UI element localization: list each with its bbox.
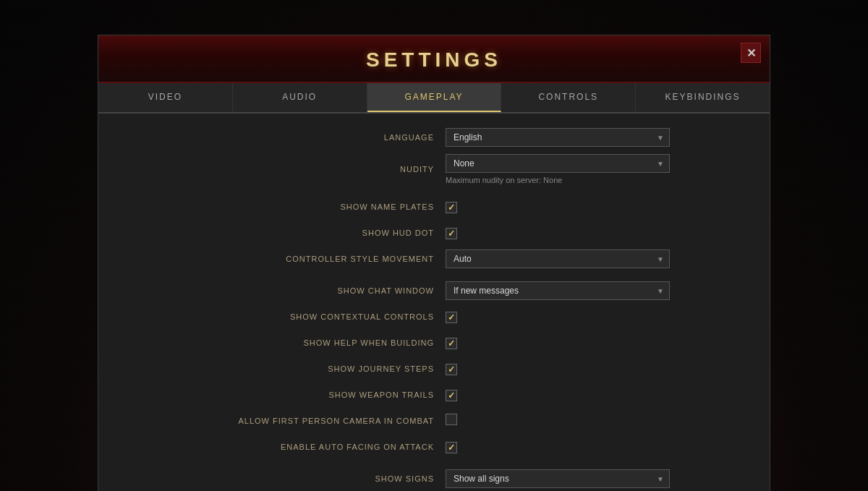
nudity-label: NUDITY	[113, 165, 446, 174]
language-control: English French German Spanish	[446, 128, 741, 147]
controller-style-label: CONTROLLER STYLE MOVEMENT	[113, 255, 446, 263]
controller-style-dropdown-wrap: Auto On Off	[446, 249, 670, 268]
language-dropdown-wrap: English French German Spanish	[446, 128, 670, 147]
show-help-building-label: SHOW HELP WHEN BUILDING	[113, 338, 446, 347]
show-weapon-trails-checkbox[interactable]	[446, 390, 457, 401]
show-hud-dot-label: SHOW HUD DOT	[113, 229, 446, 237]
tab-keybindings[interactable]: KEYBINDINGS	[636, 83, 770, 112]
show-signs-label: SHOW SIGNS	[113, 474, 446, 483]
show-help-building-row: SHOW HELP WHEN BUILDING	[113, 333, 741, 352]
language-label: LANGUAGE	[113, 133, 446, 142]
allow-first-person-checkbox[interactable]	[446, 414, 457, 425]
language-row: LANGUAGE English French German Spanish	[113, 128, 741, 147]
show-contextual-row: SHOW CONTEXTUAL CONTROLS	[113, 307, 741, 326]
tab-video[interactable]: VIDEO	[98, 83, 233, 112]
show-journey-steps-row: SHOW JOURNEY STEPS	[113, 359, 741, 378]
show-chat-dropdown-wrap: Always If new messages Never	[446, 281, 670, 300]
close-button[interactable]: ✕	[741, 43, 761, 63]
tabs-bar: VIDEO AUDIO GAMEPLAY CONTROLS KEYBINDING…	[98, 83, 770, 114]
settings-modal: SETTINGS ✕ VIDEO AUDIO GAMEPLAY CONTROLS…	[98, 35, 770, 491]
enable-auto-facing-row: ENABLE AUTO FACING ON ATTACK	[113, 437, 741, 456]
show-name-plates-checkbox[interactable]	[446, 202, 457, 213]
show-chat-window-label: SHOW CHAT WINDOW	[113, 286, 446, 295]
nudity-row: NUDITY None Partial Full Maximum nudity …	[113, 154, 741, 184]
controller-style-control: Auto On Off	[446, 249, 741, 268]
show-journey-steps-control	[446, 362, 741, 375]
show-name-plates-label: SHOW NAME PLATES	[113, 202, 446, 211]
show-signs-row: SHOW SIGNS Show all signs Show nearby si…	[113, 469, 741, 488]
allow-first-person-control	[446, 414, 741, 428]
show-hud-dot-row: SHOW HUD DOT	[113, 223, 741, 242]
show-chat-select[interactable]: Always If new messages Never	[446, 281, 670, 300]
modal-header: SETTINGS ✕	[98, 35, 770, 83]
show-contextual-label: SHOW CONTEXTUAL CONTROLS	[113, 312, 446, 321]
show-chat-window-control: Always If new messages Never	[446, 281, 741, 300]
show-journey-steps-checkbox[interactable]	[446, 364, 457, 375]
show-contextual-checkbox[interactable]	[446, 312, 457, 323]
show-help-building-checkbox[interactable]	[446, 338, 457, 349]
show-hud-dot-checkbox[interactable]	[446, 228, 457, 239]
show-weapon-trails-row: SHOW WEAPON TRAILS	[113, 385, 741, 404]
show-hud-dot-control	[446, 226, 741, 239]
show-signs-control: Show all signs Show nearby signs Hide al…	[446, 469, 741, 488]
tab-gameplay[interactable]: GAMEPLAY	[367, 83, 502, 112]
enable-auto-facing-label: ENABLE AUTO FACING ON ATTACK	[113, 443, 446, 451]
show-chat-window-row: SHOW CHAT WINDOW Always If new messages …	[113, 281, 741, 300]
allow-first-person-label: ALLOW FIRST PERSON CAMERA IN COMBAT	[113, 417, 446, 425]
nudity-select[interactable]: None Partial Full	[446, 154, 670, 173]
show-contextual-control	[446, 310, 741, 323]
show-name-plates-control	[446, 200, 741, 213]
tab-controls[interactable]: CONTROLS	[501, 83, 636, 112]
nudity-control: None Partial Full Maximum nudity on serv…	[446, 154, 741, 184]
enable-auto-facing-checkbox[interactable]	[446, 442, 457, 453]
show-journey-steps-label: SHOW JOURNEY STEPS	[113, 364, 446, 373]
show-signs-dropdown-wrap: Show all signs Show nearby signs Hide al…	[446, 469, 670, 488]
modal-body: LANGUAGE English French German Spanish N…	[98, 114, 770, 491]
enable-auto-facing-control	[446, 440, 741, 453]
nudity-dropdown-wrap: None Partial Full	[446, 154, 670, 173]
tab-audio[interactable]: AUDIO	[233, 83, 367, 112]
modal-title: SETTINGS	[98, 48, 770, 72]
allow-first-person-row: ALLOW FIRST PERSON CAMERA IN COMBAT	[113, 411, 741, 430]
language-select[interactable]: English French German Spanish	[446, 128, 670, 147]
show-weapon-trails-label: SHOW WEAPON TRAILS	[113, 390, 446, 399]
show-name-plates-row: SHOW NAME PLATES	[113, 197, 741, 216]
show-help-building-control	[446, 336, 741, 349]
show-signs-select[interactable]: Show all signs Show nearby signs Hide al…	[446, 469, 670, 488]
controller-style-row: CONTROLLER STYLE MOVEMENT Auto On Off	[113, 249, 741, 268]
controller-style-select[interactable]: Auto On Off	[446, 249, 670, 268]
show-weapon-trails-control	[446, 388, 741, 401]
nudity-note: Maximum nudity on server: None	[446, 176, 741, 184]
